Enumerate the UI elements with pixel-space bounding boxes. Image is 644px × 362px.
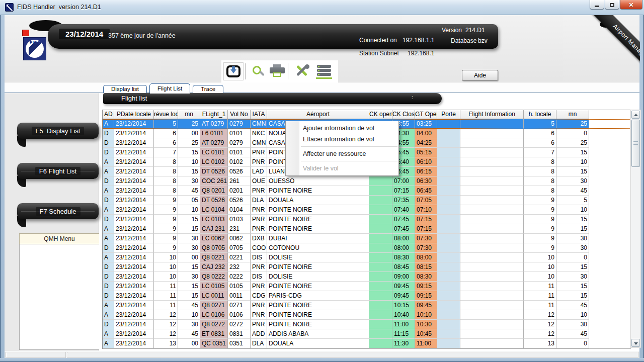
flight-cell: A <box>103 329 114 339</box>
station-subnet: Station Subnet 192.168.1 <box>359 50 434 57</box>
flight-cell: 03:25 <box>415 119 437 129</box>
flight-row[interactable]: A23/12/2014845Q8 02010201PNRPOINTE NOIRE… <box>103 186 631 196</box>
minimize-button[interactable] <box>590 0 604 10</box>
flight-cell: Q8 0272 <box>200 320 228 329</box>
status-segment <box>6 352 66 358</box>
scrollbar-thumb[interactable] <box>631 120 640 167</box>
flight-cell: 11:30 <box>392 339 415 348</box>
menu-item-clear-flight-info[interactable]: Effacer information de vol <box>286 134 398 145</box>
flight-cell: 8 <box>524 157 556 167</box>
column-header-12[interactable]: Flight Information <box>460 110 524 119</box>
flight-row[interactable]: A23/12/20141245ET 08310831ADDADDIS ABABA… <box>103 329 631 339</box>
flight-cell: DLA <box>251 339 267 348</box>
flight-row[interactable]: A23/12/20141000Q8 02210221DISDOLISIE08:3… <box>103 253 631 262</box>
column-header-1[interactable]: PDate locale <box>114 110 154 119</box>
section-title-bar: Flight list : <box>103 93 442 104</box>
flight-row[interactable]: A23/12/20141145Q8 02710271PNRPOINTE NOIR… <box>103 301 631 310</box>
flight-cell: 231 <box>228 224 251 234</box>
flight-cell: 23/12/2014 <box>114 272 154 282</box>
column-header-10[interactable]: GT Open <box>415 110 437 119</box>
flight-cell: POINTE NOIRE <box>267 262 369 272</box>
column-header-4[interactable]: FLight_1 <box>200 110 228 119</box>
flight-row[interactable]: D23/12/20141230Q8 02720272PNRPOINTE NOIR… <box>103 320 631 329</box>
flight-cell <box>460 291 524 301</box>
flight-cell: DOLISIE <box>267 272 369 282</box>
flight-row[interactable]: D23/12/20141030Q8 02220222DISDOLISIE09:0… <box>103 272 631 282</box>
flight-cell: 9 <box>524 243 556 253</box>
flight-cell: 0201 <box>228 186 251 196</box>
flight-cell: 08:30 <box>392 253 415 262</box>
flight-row[interactable]: D23/12/2014905DT 05260526DLADOUALA07:350… <box>103 196 631 205</box>
section-title: Flight list <box>121 95 147 102</box>
scroll-up-button[interactable] <box>631 111 640 119</box>
column-header-11[interactable]: Porte <box>437 110 460 119</box>
scroll-down-button[interactable] <box>631 339 640 347</box>
flight-cell: 00 <box>178 253 200 262</box>
print-button[interactable] <box>268 62 287 80</box>
flight-row[interactable]: D23/12/2014930Q8 07050705COOCOTONOU08:00… <box>103 243 631 253</box>
flight-cell: 23/12/2014 <box>114 243 154 253</box>
flight-cell: 23/12/2014 <box>114 291 154 301</box>
flight-cell <box>460 243 524 253</box>
column-header-3[interactable]: mn <box>178 110 200 119</box>
server-button[interactable] <box>314 62 334 80</box>
menu-item-add-flight-info[interactable]: Ajouter information de vol <box>286 123 398 134</box>
column-header-6[interactable]: IATA <box>251 110 267 119</box>
flight-cell: 10 <box>154 272 178 282</box>
flight-cell: 0271 <box>228 301 251 310</box>
column-header-5[interactable]: Vol No <box>228 110 251 119</box>
flight-cell: 23/12/2014 <box>114 129 154 138</box>
flight-cell: 15 <box>178 167 200 176</box>
flight-cell: 08:45 <box>392 262 415 272</box>
vertical-scrollbar[interactable] <box>630 110 641 348</box>
flight-cell: PNR <box>251 215 267 224</box>
flight-cell: 06:45 <box>415 186 437 196</box>
flight-row[interactable]: D23/12/20141115LC 00110011CDGPARIS-CDG09… <box>103 291 631 301</box>
flight-cell: LC 0105 <box>200 282 228 291</box>
column-header-0[interactable]: AD <box>103 110 114 119</box>
tab-display-list[interactable]: Display list <box>103 85 147 93</box>
flight-row[interactable]: D23/12/2014915LC 01030103PNRPOINTE NOIRE… <box>103 215 631 224</box>
menu-item-assign-resource[interactable]: Affecter une ressource <box>286 148 398 159</box>
column-header-9[interactable]: CK Close <box>392 110 415 119</box>
column-header-13[interactable]: h. locale <box>524 110 556 119</box>
flight-cell <box>460 329 524 339</box>
tab-trace[interactable]: Trace <box>193 85 223 93</box>
f5-display-list-button[interactable]: F5 Display List <box>17 123 99 139</box>
flight-cell: A <box>103 234 114 243</box>
flight-cell: 0062 <box>228 234 251 243</box>
flight-cell: 8 <box>524 186 556 196</box>
flight-cell: 30 <box>178 234 200 243</box>
flight-cell: 07:40 <box>392 205 415 215</box>
flight-row[interactable]: A23/12/2014930LC 00620062DXBDUBAI08:0007… <box>103 234 631 243</box>
flight-cell: CAJ 231 <box>200 224 228 234</box>
maximize-button[interactable] <box>605 0 619 10</box>
flight-cell: DXB <box>251 234 267 243</box>
f7-schedule-button[interactable]: F7 Schedule <box>17 203 99 219</box>
search-button[interactable] <box>250 62 267 80</box>
f6-flight-list-button[interactable]: F6 Flight List <box>17 163 99 179</box>
close-button[interactable]: ✕ <box>620 0 642 10</box>
column-header-14[interactable]: mn <box>556 110 589 119</box>
flight-cell: 45 <box>178 186 200 196</box>
flight-cell: PNR <box>251 157 267 167</box>
flight-row[interactable]: A23/12/20141300QC 03510351DLADOUALA11:30… <box>103 339 631 348</box>
settings-button[interactable] <box>293 62 311 80</box>
column-header-8[interactable]: CK open <box>369 110 392 119</box>
flight-row[interactable]: A23/12/20141210LC 01060106PNRPOINTE NOIR… <box>103 310 631 320</box>
help-button[interactable]: Aide <box>462 70 498 81</box>
flight-row[interactable]: D23/12/20141015CAJ 232232PNRPOINTE NOIRE… <box>103 262 631 272</box>
column-header-2[interactable]: révue loc <box>154 110 178 119</box>
column-header-7[interactable]: Aéroport <box>267 110 369 119</box>
flight-row[interactable]: A23/12/2014910LC 01040104PNRPOINTE NOIRE… <box>103 205 631 215</box>
flight-cell: DIS <box>251 253 267 262</box>
flight-row[interactable]: D23/12/20141115LC 01050105PNRPOINTE NOIR… <box>103 282 631 291</box>
flight-row[interactable]: D23/12/2014830COC 261261OUEOUESSO07:0006… <box>103 176 631 186</box>
tab-flight-list[interactable]: Flight List <box>149 83 190 93</box>
flight-cell: 07:30 <box>415 234 437 243</box>
import-button[interactable] <box>223 62 244 80</box>
title-bar[interactable]: FIDS Handler version 214.D1 ✕ <box>0 0 644 15</box>
flight-cell: 8 <box>524 167 556 176</box>
menu-separator <box>301 146 397 147</box>
flight-row[interactable]: A23/12/2014915CAJ 231231PNRPOINTE NOIRE0… <box>103 224 631 234</box>
